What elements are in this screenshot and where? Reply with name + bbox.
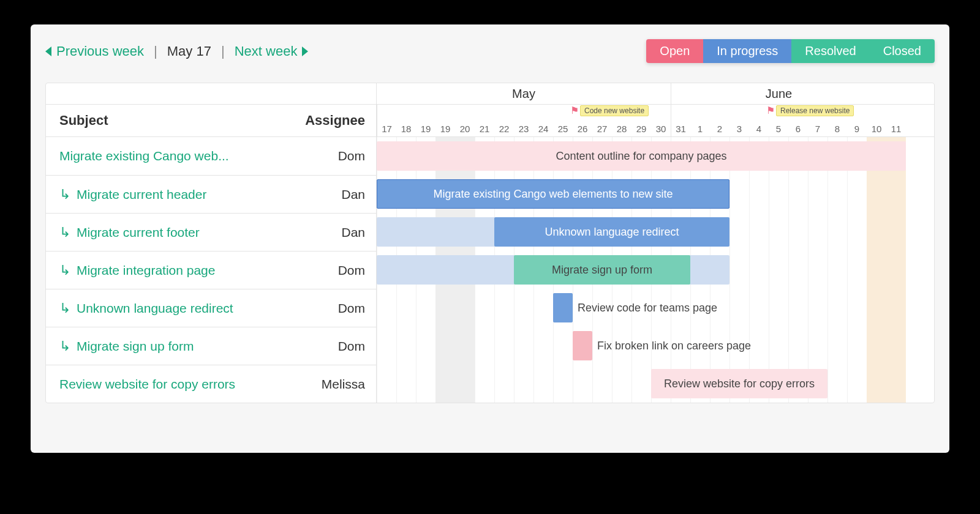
day-cell: 11	[886, 105, 906, 136]
day-cell: 23	[514, 105, 533, 136]
separator: |	[154, 43, 157, 59]
task-subject[interactable]: ↳Migrate sign up form	[59, 339, 194, 354]
month-label: May	[377, 83, 671, 104]
day-cell: 19	[435, 105, 455, 136]
task-rows: Migrate existing Cango web...DomContent …	[46, 137, 934, 403]
task-row-grid: Unknown language redirect	[377, 213, 934, 251]
day-cell: 7	[808, 105, 827, 136]
day-cell: 9	[847, 105, 867, 136]
task-row: ↳Unknown language redirectDomReview code…	[46, 289, 934, 327]
gantt-board: MayJune Subject Assignee 171819192021222…	[45, 83, 935, 403]
subtask-arrow-icon: ↳	[59, 225, 70, 240]
task-subject[interactable]: Migrate existing Cango web...	[59, 149, 229, 163]
task-row-side: Review website for copy errorsMelissa	[46, 365, 377, 403]
task-subject[interactable]: ↳Migrate current footer	[59, 225, 200, 240]
task-assignee: Melissa	[322, 377, 365, 392]
subject-column-header: Subject	[59, 113, 108, 128]
task-row: ↳Migrate sign up formDomFix broken link …	[46, 327, 934, 365]
task-row-side: ↳Migrate sign up formDom	[46, 327, 377, 365]
day-cell: 29	[631, 105, 651, 136]
subtask-arrow-icon: ↳	[59, 339, 70, 354]
task-subject[interactable]: Review website for copy errors	[59, 377, 235, 392]
day-cell: 10	[867, 105, 886, 136]
month-cells: MayJune	[377, 83, 934, 104]
task-assignee: Dom	[338, 339, 365, 354]
chevron-right-icon	[302, 47, 308, 56]
task-bar[interactable]: Unknown language redirect	[494, 217, 729, 247]
subtask-arrow-icon: ↳	[59, 187, 70, 202]
prev-week-link[interactable]: Previous week	[45, 43, 144, 59]
toolbar: Previous week | May 17 | Next week Open …	[45, 39, 935, 63]
day-cell: 22	[494, 105, 514, 136]
task-row-grid: Fix broken link on careers page	[377, 327, 934, 365]
task-bar-label: Fix broken link on careers page	[573, 331, 847, 360]
task-bar[interactable]: Review website for copy errors	[651, 369, 827, 398]
task-row-side: ↳Migrate current footerDan	[46, 213, 377, 251]
task-bar[interactable]: Content outline for company pages	[377, 141, 906, 171]
next-week-link[interactable]: Next week	[235, 43, 309, 59]
task-subject[interactable]: ↳Migrate integration page	[59, 263, 215, 278]
day-cell: 20	[455, 105, 475, 136]
task-assignee: Dom	[338, 301, 365, 316]
month-header: MayJune	[46, 83, 934, 104]
task-row: ↳Migrate current headerDanMigrate existi…	[46, 175, 934, 213]
subtask-arrow-icon: ↳	[59, 301, 70, 316]
subtask-arrow-icon: ↳	[59, 263, 70, 278]
app-frame: Previous week | May 17 | Next week Open …	[31, 24, 949, 453]
day-cell: 26⚑Code new website	[573, 105, 592, 136]
task-row-side: ↳Unknown language redirectDom	[46, 289, 377, 327]
day-cell: 31	[671, 105, 690, 136]
current-week-label: May 17	[167, 43, 211, 59]
task-subject[interactable]: ↳Migrate current header	[59, 187, 206, 202]
day-cells: 1718191920212223242526⚑Code new website2…	[377, 105, 934, 136]
task-row: ↳Migrate current footerDanUnknown langua…	[46, 213, 934, 251]
month-header-spacer	[46, 83, 377, 104]
task-row: Migrate existing Cango web...DomContent …	[46, 137, 934, 175]
day-cell: 3	[729, 105, 749, 136]
prev-week-label: Previous week	[56, 43, 144, 59]
day-cell: 6	[788, 105, 808, 136]
chevron-left-icon	[45, 47, 51, 56]
day-cell: 24	[533, 105, 553, 136]
task-bar[interactable]: Migrate existing Cango web elements to n…	[377, 179, 729, 209]
status-legend: Open In progress Resolved Closed	[646, 39, 935, 63]
day-cell: 28	[612, 105, 631, 136]
task-row-grid: Content outline for company pages	[377, 137, 934, 175]
day-cell: 30	[651, 105, 671, 136]
task-row: ↳Migrate integration pageDomMigrate sign…	[46, 251, 934, 289]
task-assignee: Dom	[338, 263, 365, 278]
legend-resolved[interactable]: Resolved	[791, 39, 869, 63]
day-cell: 18	[396, 105, 416, 136]
month-label: June	[671, 83, 886, 104]
flag-icon: ⚑	[570, 105, 579, 116]
task-row-grid: Review code for teams page	[377, 289, 934, 327]
day-cell: 5⚑Release new website	[769, 105, 788, 136]
legend-open[interactable]: Open	[646, 39, 703, 63]
assignee-column-header: Assignee	[305, 113, 365, 128]
task-row-side: ↳Migrate integration pageDom	[46, 251, 377, 289]
task-bar-label: Review code for teams page	[553, 293, 827, 322]
day-cell: 2	[710, 105, 729, 136]
task-row: Review website for copy errorsMelissaRev…	[46, 365, 934, 403]
flag-icon: ⚑	[766, 105, 775, 116]
day-cell: 8	[827, 105, 847, 136]
task-assignee: Dom	[338, 149, 365, 163]
task-row-grid: Migrate existing Cango web elements to n…	[377, 175, 934, 213]
separator: |	[221, 43, 225, 59]
task-subject[interactable]: ↳Unknown language redirect	[59, 301, 233, 316]
task-assignee: Dan	[341, 225, 365, 240]
task-row-grid: Migrate sign up form	[377, 251, 934, 289]
day-header: Subject Assignee 1718191920212223242526⚑…	[46, 104, 934, 137]
task-row-grid: Review website for copy errors	[377, 365, 934, 403]
day-cell: 17	[377, 105, 396, 136]
day-cell: 27	[592, 105, 612, 136]
task-row-side: Migrate existing Cango web...Dom	[46, 137, 377, 175]
day-cell: 19	[416, 105, 435, 136]
legend-in-progress[interactable]: In progress	[703, 39, 791, 63]
task-assignee: Dan	[341, 187, 365, 202]
next-week-label: Next week	[235, 43, 298, 59]
day-cell: 1	[690, 105, 710, 136]
day-cell: 21	[475, 105, 494, 136]
task-bar[interactable]: Migrate sign up form	[514, 255, 690, 285]
legend-closed[interactable]: Closed	[870, 39, 935, 63]
